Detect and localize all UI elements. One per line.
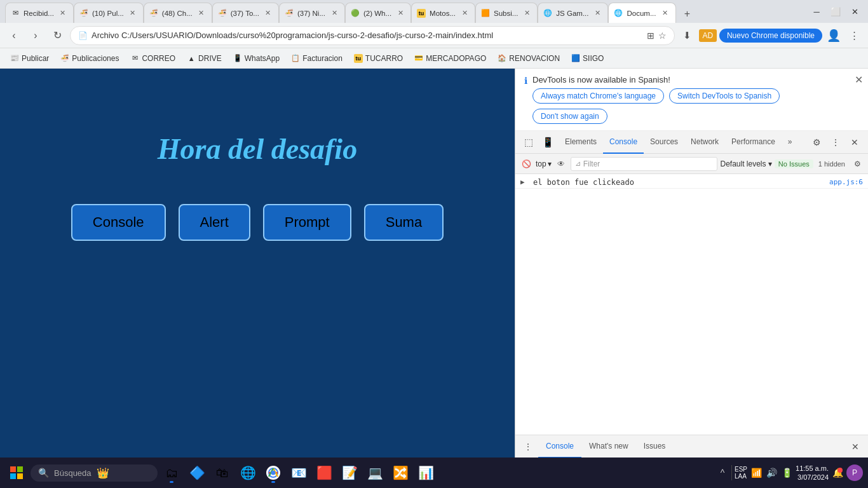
taskbar-mail[interactable]: 📧 (287, 461, 310, 484)
tab-close-8[interactable]: ✕ (522, 8, 532, 18)
devtools-notification: ℹ DevTools is now available in Spanish! … (515, 69, 868, 131)
tab-5[interactable]: 🍜 (37) Ni... ✕ (279, 3, 345, 23)
console-context-select[interactable]: top ▾ (536, 159, 552, 168)
bookmark-star-icon[interactable]: ☆ (658, 30, 667, 41)
bottom-tab-issues[interactable]: Issues (636, 435, 674, 458)
taskbar-notes[interactable]: 📝 (338, 461, 361, 484)
console-settings-icon[interactable]: ⚙ (850, 157, 864, 171)
tab-9[interactable]: 🌐 JS Gam... ✕ (538, 3, 608, 23)
close-button[interactable]: ✕ (846, 3, 863, 20)
taskbar-git[interactable]: 🔀 (389, 461, 412, 484)
tab-console[interactable]: Console (603, 131, 644, 154)
devtools-close-icon[interactable]: ✕ (846, 134, 863, 151)
tray-battery-icon[interactable]: 🔋 (780, 466, 793, 479)
tab-close-2[interactable]: ✕ (128, 8, 138, 18)
devtools-device-icon[interactable]: 📱 (539, 134, 556, 151)
console-button[interactable]: Console (71, 204, 166, 241)
taskbar-photos[interactable]: 🟥 (313, 461, 336, 484)
tab-close-3[interactable]: ✕ (196, 8, 207, 18)
bookmark-correo[interactable]: ✉ CORREO (125, 53, 180, 64)
tab-8[interactable]: 🟧 Subsi... ✕ (475, 3, 538, 23)
dont-show-button[interactable]: Don't show again (532, 109, 607, 124)
notification-close-icon[interactable]: ✕ (855, 74, 863, 86)
forward-button[interactable]: › (27, 27, 44, 44)
taskbar-chrome[interactable] (262, 461, 285, 484)
tab-whatsapp[interactable]: 🟢 (2) Wh... ✕ (345, 3, 411, 23)
taskbar-search[interactable]: 🔍 Búsqueda 👑 (31, 464, 158, 482)
new-chrome-button[interactable]: Nuevo Chrome disponible (719, 29, 822, 43)
translate-icon[interactable]: ⊞ (647, 30, 654, 41)
prompt-button[interactable]: Prompt (263, 204, 351, 241)
tab-close-5[interactable]: ✕ (329, 8, 339, 18)
tab-close-whatsapp[interactable]: ✕ (395, 8, 405, 18)
tray-volume-icon[interactable]: 🔊 (765, 466, 778, 479)
bottom-more-icon[interactable]: ⋮ (520, 439, 536, 454)
console-ban-icon[interactable]: 🚫 (519, 157, 533, 171)
address-bar[interactable]: 📄 Archivo C:/Users/USUARIO/Downloads/cur… (70, 26, 675, 45)
tab-7[interactable]: tu Motos... ✕ (411, 3, 475, 23)
match-language-button[interactable]: Always match Chrome's language (532, 88, 664, 104)
devtools-settings-icon[interactable]: ⚙ (808, 134, 825, 151)
tray-language-badge[interactable]: ESPLAA (735, 466, 747, 479)
tray-wifi-icon[interactable]: 📶 (750, 466, 763, 479)
tray-notification-icon[interactable]: 🔔 (831, 466, 844, 479)
tab-close-active[interactable]: ✕ (660, 8, 670, 18)
console-levels-select[interactable]: Default levels ▾ (720, 159, 771, 168)
bookmark-publicaciones[interactable]: 🍜 Publicaciones (55, 53, 124, 64)
switch-spanish-button[interactable]: Switch DevTools to Spanish (669, 88, 780, 104)
tab-close-gmail[interactable]: ✕ (58, 8, 68, 18)
taskbar-excel[interactable]: 📊 (414, 461, 437, 484)
back-button[interactable]: ‹ (5, 27, 23, 44)
bottom-tab-console[interactable]: Console (538, 435, 581, 458)
tab-2[interactable]: 🍜 (10) Pul... ✕ (74, 3, 144, 23)
taskbar-teams[interactable]: 🔷 (186, 461, 208, 484)
new-tab-button[interactable]: + (679, 5, 696, 23)
download-icon[interactable]: ⬇ (679, 27, 696, 44)
notification-title: DevTools is now available in Spanish! (532, 75, 859, 85)
maximize-button[interactable]: ⬜ (827, 3, 844, 20)
minimize-button[interactable]: ─ (808, 3, 825, 20)
alert-button[interactable]: Alert (179, 204, 250, 241)
console-eye-icon[interactable]: 👁 (554, 157, 568, 171)
tray-clock[interactable]: 11:55 a.m. 3/07/2024 (796, 464, 829, 482)
tab-close-7[interactable]: ✕ (459, 8, 470, 18)
taskbar-explorer[interactable]: 🗂 (160, 461, 183, 484)
start-button[interactable] (5, 461, 28, 484)
console-filter-box[interactable]: ⊿ Filter (571, 157, 718, 171)
bottom-close-icon[interactable]: ✕ (848, 439, 863, 454)
tab-active[interactable]: 🌐 Docum... ✕ (608, 3, 675, 23)
bookmark-facturacion[interactable]: 📋 Facturacion (286, 53, 348, 64)
tab-close-4[interactable]: ✕ (263, 8, 273, 18)
taskbar-vscode[interactable]: 💻 (363, 461, 386, 484)
tab-3[interactable]: 🍜 (48) Ch... ✕ (144, 3, 212, 23)
bookmark-publicar[interactable]: 📰 Publicar (5, 53, 54, 64)
tab-sources[interactable]: Sources (644, 131, 684, 154)
expand-arrow-icon[interactable]: ▶ (520, 178, 528, 186)
tab-4[interactable]: 🍜 (37) To... ✕ (212, 3, 279, 23)
tab-elements[interactable]: Elements (559, 131, 603, 154)
tab-performance[interactable]: Performance (725, 131, 782, 154)
extension-icon[interactable]: AD (699, 29, 717, 42)
taskbar-store[interactable]: 🛍 (211, 461, 234, 484)
menu-icon[interactable]: ⋮ (845, 27, 863, 44)
tab-close-9[interactable]: ✕ (592, 8, 602, 18)
taskbar-edge[interactable]: 🌐 (236, 461, 259, 484)
bookmark-tucarro[interactable]: tu TUCARRO (349, 53, 408, 64)
profile-icon[interactable]: 👤 (825, 27, 843, 44)
devtools-more-icon[interactable]: ⋮ (827, 134, 844, 151)
tab-more[interactable]: » (782, 131, 799, 154)
bookmark-siigo[interactable]: 🟦 SIIGO (566, 53, 609, 64)
bookmark-whatsapp[interactable]: 📱 WhatsApp (228, 53, 285, 64)
bookmark-mercadopago[interactable]: 💳 MERCADOPAGO (409, 53, 491, 64)
tab-gmail[interactable]: ✉ Recibid... ✕ (5, 3, 74, 23)
reload-button[interactable]: ↻ (48, 27, 66, 44)
devtools-inspect-icon[interactable]: ⬚ (520, 134, 537, 151)
tray-avatar-icon[interactable]: P (846, 464, 863, 481)
tab-network[interactable]: Network (684, 131, 725, 154)
console-source-link[interactable]: app.js:6 (829, 178, 863, 186)
bookmark-drive[interactable]: ▲ DRIVE (182, 53, 227, 64)
bottom-tab-whatsnew[interactable]: What's new (581, 435, 636, 458)
tray-chevron-icon[interactable]: ^ (716, 466, 729, 479)
bookmark-renovacion[interactable]: 🏠 RENOVACION (492, 53, 565, 64)
suma-button[interactable]: Suma (364, 204, 444, 241)
